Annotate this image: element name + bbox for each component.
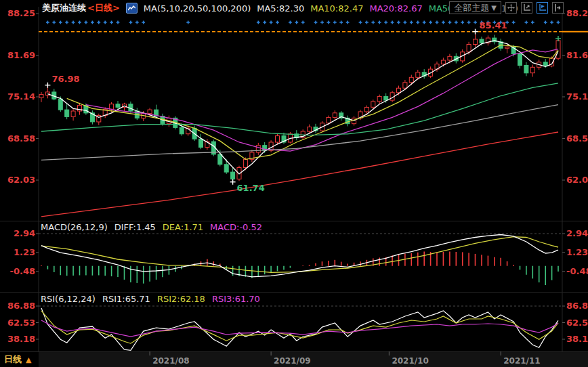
price-annotations: 76.9885.4161.74 bbox=[45, 20, 507, 193]
ma-settings-label: MA(5,10,20,50,100,200) bbox=[144, 3, 251, 14]
exit-scale-button[interactable] bbox=[552, 2, 564, 14]
svg-text:62.03: 62.03 bbox=[7, 175, 35, 185]
candles bbox=[39, 32, 560, 182]
svg-text:86.88: 86.88 bbox=[7, 301, 35, 311]
svg-text:2021/10: 2021/10 bbox=[392, 356, 428, 366]
chart-window: 88.2588.2581.6981.6975.1475.1468.5868.58… bbox=[0, 0, 588, 367]
ma200-line bbox=[41, 132, 558, 217]
rsi-title: RSI(6,12,24) bbox=[41, 294, 96, 304]
ma-lines bbox=[41, 41, 558, 217]
svg-text:2.94: 2.94 bbox=[566, 228, 588, 238]
svg-text:2021/11: 2021/11 bbox=[503, 356, 540, 366]
ma5-value: MA5:82.30 bbox=[257, 3, 304, 14]
ma10-line bbox=[67, 45, 558, 159]
period-selector-label: 日线 bbox=[4, 353, 22, 366]
macd-dea-value: DEA:1.71 bbox=[163, 222, 203, 232]
macd-diff-value: DIFF:1.45 bbox=[114, 222, 156, 232]
theme-dropdown-label: 全部主题 bbox=[454, 2, 489, 14]
svg-text:81.69: 81.69 bbox=[566, 50, 588, 60]
macd-histogram bbox=[41, 252, 558, 286]
svg-text:2.94: 2.94 bbox=[14, 228, 35, 238]
axis-scale-icon bbox=[523, 4, 530, 12]
svg-text:38.18: 38.18 bbox=[7, 334, 35, 344]
panel-frame bbox=[0, 7, 588, 367]
macd-panel-header: MACD(26,12,9) DIFF:1.45 DEA:1.71 MACD:-0… bbox=[41, 222, 262, 232]
rsi2-value: RSI2:62.18 bbox=[157, 294, 205, 304]
dropdown-arrow-icon: ▼ bbox=[491, 4, 497, 12]
pan-crosshair-button[interactable] bbox=[505, 2, 517, 14]
period-tag[interactable]: <日线> bbox=[87, 2, 120, 14]
zigzag-line-icon bbox=[128, 5, 135, 12]
period-up-arrow-icon: ▲ bbox=[26, 355, 31, 364]
svg-text:75.14: 75.14 bbox=[566, 91, 588, 102]
axis-scale-button[interactable] bbox=[521, 2, 532, 14]
rsi-lines bbox=[41, 308, 558, 350]
period-selector[interactable]: 日线 ▲ bbox=[4, 353, 31, 366]
svg-text:61.74: 61.74 bbox=[237, 183, 265, 193]
rsi1-value: RSI1:65.71 bbox=[102, 294, 150, 304]
rsi-panel-header: RSI(6,12,24) RSI1:65.71 RSI2:62.18 RSI3:… bbox=[41, 294, 260, 304]
header-toolbar: 全部主题 ▼ bbox=[449, 1, 564, 14]
svg-text:38.18: 38.18 bbox=[566, 334, 588, 344]
rsi3-value: RSI3:61.70 bbox=[212, 294, 260, 304]
mini-chart-icon[interactable] bbox=[126, 3, 138, 14]
main-chart-header: 美原油连续 <日线> MA(5,10,20,50,100,200) MA5:82… bbox=[42, 2, 518, 14]
macd-hist-value: MACD:-0.52 bbox=[210, 222, 262, 232]
macd-title: MACD(26,12,9) bbox=[41, 222, 108, 232]
svg-text:88.25: 88.25 bbox=[7, 8, 35, 18]
ma10-value: MA10:82.47 bbox=[310, 3, 363, 14]
svg-text:2021/08: 2021/08 bbox=[152, 356, 189, 366]
macd-lines bbox=[41, 235, 558, 277]
svg-text:86.88: 86.88 bbox=[566, 301, 588, 311]
svg-text:1.23: 1.23 bbox=[14, 247, 35, 257]
exit-scale-icon bbox=[554, 4, 562, 12]
axis-scale-active-icon bbox=[539, 4, 546, 12]
svg-text:68.58: 68.58 bbox=[566, 133, 588, 144]
svg-text:81.69: 81.69 bbox=[7, 50, 35, 60]
symbol-name[interactable]: 美原油连续 bbox=[42, 2, 86, 14]
svg-text:68.58: 68.58 bbox=[7, 133, 35, 144]
svg-text:1.23: 1.23 bbox=[566, 247, 588, 257]
svg-text:-0.48: -0.48 bbox=[566, 266, 588, 276]
svg-text:2021/09: 2021/09 bbox=[274, 356, 310, 366]
svg-text:-0.48: -0.48 bbox=[10, 266, 35, 276]
pan-crosshair-icon bbox=[507, 4, 515, 12]
chart-canvas[interactable]: 88.2588.2581.6981.6975.1475.1468.5868.58… bbox=[0, 0, 588, 367]
axis-scale-active-button[interactable] bbox=[537, 2, 548, 14]
theme-dropdown-button[interactable]: 全部主题 ▼ bbox=[449, 1, 501, 14]
svg-text:75.14: 75.14 bbox=[7, 91, 35, 102]
ma100-line bbox=[41, 105, 558, 160]
svg-text:76.98: 76.98 bbox=[51, 74, 79, 84]
ma20-value: MA20:82.67 bbox=[369, 3, 422, 14]
svg-text:85.41: 85.41 bbox=[480, 20, 507, 30]
svg-text:88.25: 88.25 bbox=[566, 8, 588, 18]
svg-text:62.53: 62.53 bbox=[7, 318, 35, 328]
svg-text:62.53: 62.53 bbox=[566, 318, 588, 328]
svg-text:62.03: 62.03 bbox=[566, 175, 588, 185]
